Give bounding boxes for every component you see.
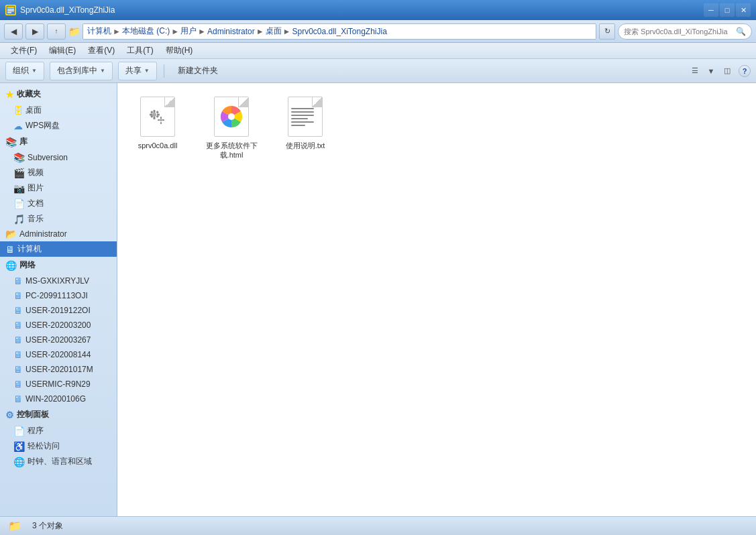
menu-file[interactable]: 文件(F) [5, 44, 42, 58]
share-button[interactable]: 共享 ▼ [118, 62, 157, 80]
clock-label: 时钟、语言和区域 [28, 456, 92, 467]
net8-label: USERMIC-R9N29 [25, 379, 91, 389]
search-input[interactable] [624, 27, 733, 36]
toolbar: 组织 ▼ 包含到库中 ▼ 共享 ▼ 新建文件夹 ☰ ▼ ◫ ? [0, 59, 756, 83]
sidebar-network-header[interactable]: 🌐 网络 [0, 257, 117, 274]
sidebar-item-net7[interactable]: 🖥 USER-20201017M [0, 362, 117, 377]
main-layout: ★ 收藏夹 🗄 桌面 ☁ WPS网盘 📚 库 📚 Subversion 🎬 视频… [0, 83, 756, 516]
sidebar-item-clock[interactable]: 🌐 时钟、语言和区域 [0, 454, 117, 469]
sidebar-item-net6[interactable]: 🖥 USER-202008144 [0, 347, 117, 362]
file-name-dll: sprv0c0a.dll [138, 141, 178, 150]
net3-icon: 🖥 [13, 305, 23, 316]
sidebar-favorites-header[interactable]: ★ 收藏夹 [0, 86, 117, 103]
sidebar-item-easy[interactable]: ♿ 轻松访问 [0, 438, 117, 454]
video-label: 视频 [28, 167, 44, 178]
video-icon: 🎬 [13, 168, 25, 178]
sidebar-item-net8[interactable]: 🖥 USERMIC-R9N29 [0, 377, 117, 392]
minimize-button[interactable]: ─ [704, 3, 718, 17]
library-icon: 📚 [5, 137, 17, 147]
sidebar-item-doc[interactable]: 📄 文档 [0, 196, 117, 211]
doc-icon: 📄 [13, 198, 25, 209]
path-folder[interactable]: Sprv0c0a.dll_XiTongZhiJia [292, 27, 386, 36]
menu-help[interactable]: 帮助(H) [160, 44, 199, 58]
computer-icon: 🖥 [5, 244, 15, 255]
sidebar-item-computer[interactable]: 🖥 计算机 [0, 241, 117, 257]
refresh-button[interactable]: ↻ [599, 23, 615, 40]
music-icon: 🎵 [13, 214, 25, 225]
menu-tools[interactable]: 工具(T) [121, 44, 158, 58]
list-item[interactable]: sprv0c0a.dll [124, 90, 191, 166]
easy-label: 轻松访问 [28, 440, 60, 452]
view-list-button[interactable]: ☰ [688, 64, 702, 78]
programs-label: 程序 [28, 425, 44, 436]
sidebar-library-header[interactable]: 📚 库 [0, 133, 117, 150]
path-admin[interactable]: Administrator [207, 27, 255, 36]
search-box[interactable]: 🔍 [618, 23, 752, 40]
sidebar-item-admin[interactable]: 📂 Administrator [0, 227, 117, 241]
sidebar-item-video[interactable]: 🎬 视频 [0, 165, 117, 180]
include-arrow: ▼ [100, 68, 105, 74]
txt-file-icon [288, 97, 323, 137]
sidebar-item-subversion[interactable]: 📚 Subversion [0, 150, 117, 165]
menu-bar: 文件(F) 编辑(E) 查看(V) 工具(T) 帮助(H) [0, 43, 756, 59]
file-icon-container-html [210, 95, 253, 138]
sidebar-item-music[interactable]: 🎵 音乐 [0, 211, 117, 227]
svg-rect-2 [7, 9, 14, 10]
back-button[interactable]: ◀ [4, 23, 23, 40]
path-desktop[interactable]: 桌面 [266, 25, 282, 37]
sidebar-control-header[interactable]: ⚙ 控制面板 [0, 406, 117, 423]
path-users[interactable]: 用户 [180, 25, 197, 37]
net7-label: USER-20201017M [25, 365, 93, 374]
svg-rect-18 [162, 119, 164, 121]
sidebar-item-desktop[interactable]: 🗄 桌面 [0, 103, 117, 118]
subversion-label: Subversion [28, 153, 68, 162]
include-button[interactable]: 包含到库中 ▼ [50, 62, 113, 80]
help-button[interactable]: ? [739, 65, 751, 77]
list-item[interactable]: 更多系统软件下载.html [198, 90, 265, 166]
sidebar-item-net1[interactable]: 🖥 MS-GXKIXRYJLV [0, 274, 117, 288]
address-path[interactable]: 计算机 ► 本地磁盘 (C:) ► 用户 ► Administrator ► 桌… [83, 23, 596, 40]
status-count: 3 个对象 [32, 520, 63, 532]
view-pane-button[interactable]: ◫ [720, 64, 735, 78]
net4-label: USER-202003200 [25, 320, 91, 330]
gears-icon [147, 106, 168, 127]
maximize-button[interactable]: □ [720, 3, 735, 17]
sidebar-item-wps[interactable]: ☁ WPS网盘 [0, 118, 117, 133]
view-arrow-button[interactable]: ▼ [704, 64, 718, 78]
sidebar-item-net3[interactable]: 🖥 USER-2019122OI [0, 303, 117, 318]
list-item[interactable]: 使用说明.txt [272, 90, 339, 166]
net9-label: WIN-20200106G [25, 394, 86, 404]
title-controls: ─ □ ✕ [704, 3, 751, 17]
share-label: 共享 [125, 65, 142, 76]
sidebar-item-net4[interactable]: 🖥 USER-202003200 [0, 318, 117, 333]
menu-edit[interactable]: 编辑(E) [44, 44, 81, 58]
svg-rect-1 [7, 7, 14, 8]
sidebar-item-net9[interactable]: 🖥 WIN-20200106G [0, 392, 117, 406]
net1-icon: 🖥 [13, 276, 23, 286]
txt-line-5 [291, 121, 314, 123]
up-button[interactable]: ↑ [47, 23, 66, 40]
sidebar-item-net2[interactable]: 🖥 PC-20991113OJI [0, 288, 117, 303]
net5-label: USER-202003267 [25, 335, 91, 345]
picture-label: 图片 [28, 182, 44, 194]
new-folder-button[interactable]: 新建文件夹 [171, 62, 225, 80]
net3-label: USER-2019122OI [25, 306, 91, 315]
file-icon-container-dll [136, 95, 179, 138]
folder-icon: 📁 [68, 26, 80, 37]
path-drive[interactable]: 本地磁盘 (C:) [122, 25, 170, 37]
admin-icon: 📂 [5, 229, 17, 239]
organize-button[interactable]: 组织 ▼ [5, 62, 44, 80]
sidebar-item-net5[interactable]: 🖥 USER-202003267 [0, 333, 117, 347]
menu-view[interactable]: 查看(V) [83, 44, 120, 58]
path-computer[interactable]: 计算机 [87, 25, 111, 37]
net2-icon: 🖥 [13, 290, 23, 301]
close-button[interactable]: ✕ [736, 3, 751, 17]
sidebar-item-programs[interactable]: 📄 程序 [0, 423, 117, 438]
subversion-icon: 📚 [13, 152, 25, 163]
txt-line-6 [291, 125, 305, 126]
forward-button[interactable]: ▶ [25, 23, 44, 40]
svg-rect-15 [160, 117, 162, 119]
sidebar-item-picture[interactable]: 📷 图片 [0, 180, 117, 196]
library-label: 库 [19, 136, 28, 147]
wps-label: WPS网盘 [25, 120, 60, 131]
